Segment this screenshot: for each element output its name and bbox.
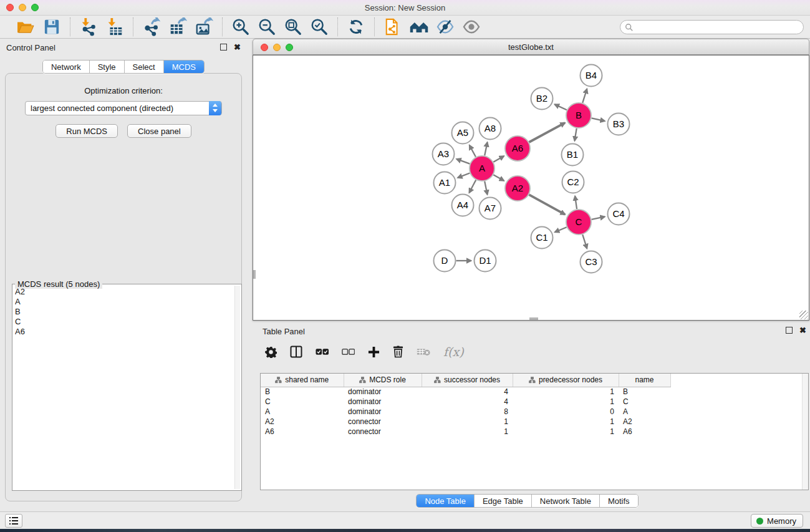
function-builder-icon[interactable]: f(x) [443,345,464,359]
table-cell[interactable]: C [619,397,670,407]
close-panel-icon[interactable]: ✖ [234,44,241,51]
table-cell[interactable]: 8 [422,407,513,417]
close-panel-button[interactable]: Close panel [127,124,191,138]
vertical-scroll-indicator[interactable] [253,270,256,279]
graph-node-B1[interactable]: B1 [562,144,584,166]
close-window-button[interactable] [6,4,14,11]
table-row[interactable]: Adominator80A [261,407,679,417]
table-cell[interactable]: 1 [513,417,619,427]
mcds-result-item[interactable]: A6 [15,327,234,337]
float-panel-icon[interactable] [220,44,227,51]
table-row[interactable]: A6connector11A6 [261,427,679,437]
graph-edge-A-A3[interactable] [456,159,470,164]
horizontal-scroll-indicator[interactable] [529,317,538,320]
graph-edge-B-B4[interactable] [582,89,587,102]
table-cell[interactable]: connector [344,427,422,437]
unselect-all-icon[interactable] [342,348,355,355]
table-cell[interactable]: B [619,387,670,397]
graph-edge-B-B3[interactable] [592,118,605,121]
table-cell[interactable]: 1 [513,397,619,407]
tab-style[interactable]: Style [89,60,124,73]
table-cell[interactable]: dominator [344,387,422,397]
mcds-list-scrollbar[interactable] [234,286,240,489]
graph-node-A6[interactable]: A6 [505,136,530,161]
table-tab-node-table[interactable]: Node Table [417,495,474,507]
graph-edge-A-A4[interactable] [469,180,476,193]
table-cell[interactable]: A2 [261,417,344,427]
column-layout-icon[interactable] [290,346,302,358]
table-tab-motifs[interactable]: Motifs [599,495,638,507]
zoom-selected-button[interactable] [309,17,329,36]
table-tab-network-table[interactable]: Network Table [531,495,599,507]
graph-node-C1[interactable]: C1 [531,227,553,249]
zoom-out-button[interactable] [257,17,277,36]
graph-node-A5[interactable]: A5 [452,122,474,144]
search-input[interactable] [634,21,803,33]
graph-edge-A-A6[interactable] [493,156,504,162]
select-all-icon[interactable] [316,348,329,355]
table-cell[interactable]: 4 [422,387,513,397]
import-network-button[interactable] [79,17,99,36]
table-tab-edge-table[interactable]: Edge Table [474,495,531,507]
table-scrollbar[interactable] [802,374,808,490]
zoom-fit-button[interactable] [283,17,303,36]
graph-edge-A-A5[interactable] [470,145,476,157]
graph-edge-A-A8[interactable] [485,142,487,155]
graph-node-A2[interactable]: A2 [505,176,530,201]
graph-edge-A2-C[interactable] [529,195,565,215]
table-cell[interactable]: dominator [344,407,422,417]
graph-node-A7[interactable]: A7 [480,198,501,220]
graph-node-A8[interactable]: A8 [480,118,501,140]
show-all-button[interactable] [461,17,481,36]
graph-node-D[interactable]: D [434,250,456,272]
close-table-panel-icon[interactable]: ✖ [799,327,806,334]
graph-edge-C-C1[interactable] [555,227,567,232]
graph-edge-A-A1[interactable] [458,173,470,178]
add-column-icon[interactable] [368,346,380,358]
graph-node-B[interactable]: B [566,103,591,128]
float-table-panel-icon[interactable] [786,327,793,334]
graph-edge-C-C3[interactable] [582,235,587,248]
graph-edge-B-B1[interactable] [575,128,577,141]
table-cell[interactable]: 1 [513,387,619,397]
network-close-button[interactable] [261,44,268,51]
optimization-criterion-select[interactable]: largest connected component (directed) [25,101,222,115]
graph-edge-C-C4[interactable] [592,216,605,219]
window-resize-grip[interactable] [799,311,808,319]
tab-network[interactable]: Network [43,60,89,73]
hide-selected-button[interactable] [435,17,455,36]
graph-node-C[interactable]: C [566,210,591,235]
table-row[interactable]: A2connector11A2 [261,417,679,427]
refresh-layout-button[interactable] [346,17,366,36]
graph-edge-A6-B[interactable] [529,123,565,142]
table-cell[interactable]: A6 [619,427,670,437]
table-cell[interactable]: 4 [422,397,513,407]
mcds-result-item[interactable]: C [15,317,234,327]
column-header-predecessor-nodes[interactable]: predecessor nodes [513,374,619,387]
graph-edge-C-C2[interactable] [575,196,577,209]
table-cell[interactable]: B [261,387,344,397]
table-cell[interactable]: A [619,407,670,417]
export-network-button[interactable] [142,17,162,36]
tab-mcds[interactable]: MCDS [163,60,204,73]
graph-node-C3[interactable]: C3 [581,251,602,273]
task-history-button[interactable] [5,514,22,528]
graph-node-A[interactable]: A [470,156,494,181]
graph-node-C2[interactable]: C2 [562,172,584,193]
graph-node-B2[interactable]: B2 [531,88,553,110]
graph-edge-A-A2[interactable] [493,175,504,180]
open-session-button[interactable] [16,17,36,36]
graph-node-A3[interactable]: A3 [433,143,455,165]
mcds-result-item[interactable]: A [15,297,234,307]
memory-button[interactable]: Memory [751,514,803,528]
graph-node-B4[interactable]: B4 [581,65,602,87]
network-canvas[interactable]: B4B2BB3A8A5A6B1A3AA1C2A2A4A7C4CC1C3DD1 [253,55,809,321]
table-row[interactable]: Bdominator41B [261,387,679,397]
graph-node-C4[interactable]: C4 [608,203,630,225]
tab-select[interactable]: Select [124,60,163,73]
zoom-in-button[interactable] [231,17,251,36]
import-table-button[interactable] [105,17,125,36]
clone-network-button[interactable] [383,17,403,36]
table-cell[interactable]: A6 [261,427,344,437]
graph-node-D1[interactable]: D1 [475,250,496,272]
